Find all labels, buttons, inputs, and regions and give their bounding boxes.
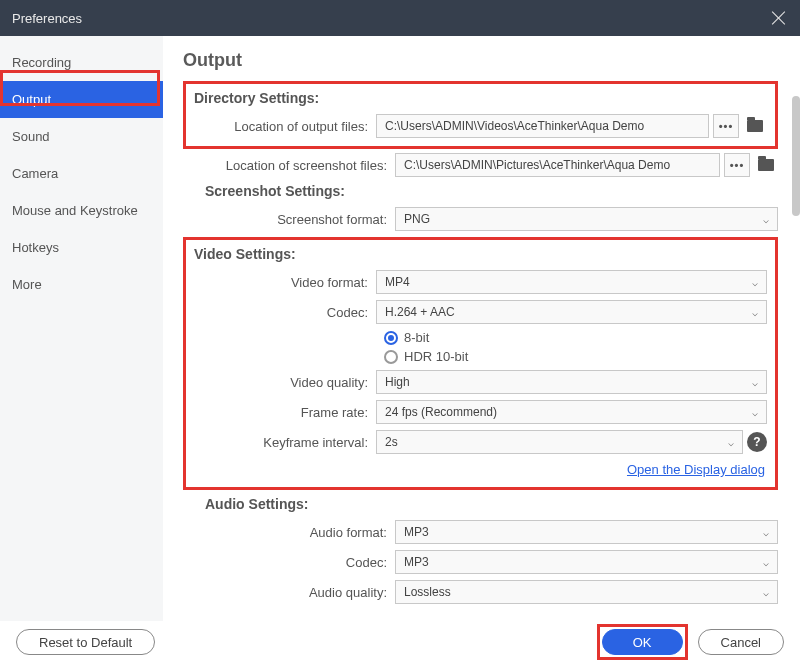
output-path-field[interactable]: C:\Users\ADMIN\Videos\AceThinker\Aqua De… xyxy=(376,114,709,138)
ok-button[interactable]: OK xyxy=(602,629,683,655)
close-icon[interactable] xyxy=(770,9,788,27)
screenshot-settings-section: Screenshot Settings: Screenshot format: … xyxy=(205,183,778,231)
audio-format-label: Audio format: xyxy=(205,525,395,540)
sidebar-item-camera[interactable]: Camera xyxy=(0,155,163,192)
chevron-down-icon: ⌵ xyxy=(752,377,758,388)
audio-quality-label: Audio quality: xyxy=(205,585,395,600)
output-path-label: Location of output files: xyxy=(194,119,376,134)
chevron-down-icon: ⌵ xyxy=(752,307,758,318)
directory-settings-section: Directory Settings: Location of output f… xyxy=(183,81,778,149)
sidebar-item-hotkeys[interactable]: Hotkeys xyxy=(0,229,163,266)
video-quality-label: Video quality: xyxy=(194,375,376,390)
sidebar-item-sound[interactable]: Sound xyxy=(0,118,163,155)
screenshot-title: Screenshot Settings: xyxy=(205,183,778,199)
frame-rate-label: Frame rate: xyxy=(194,405,376,420)
sidebar-item-mouse[interactable]: Mouse and Keystroke xyxy=(0,192,163,229)
cancel-button[interactable]: Cancel xyxy=(698,629,784,655)
sidebar-item-recording[interactable]: Recording xyxy=(0,44,163,81)
video-title: Video Settings: xyxy=(194,246,767,262)
codec-label: Codec: xyxy=(194,305,376,320)
directory-title: Directory Settings: xyxy=(194,90,767,106)
display-dialog-link[interactable]: Open the Display dialog xyxy=(194,462,765,477)
screenshot-format-select[interactable]: PNG⌵ xyxy=(395,207,778,231)
chevron-down-icon: ⌵ xyxy=(752,407,758,418)
chevron-down-icon: ⌵ xyxy=(763,527,769,538)
video-format-select[interactable]: MP4⌵ xyxy=(376,270,767,294)
screenshot-path-field[interactable]: C:\Users\ADMIN\Pictures\AceThinker\Aqua … xyxy=(395,153,720,177)
audio-codec-select[interactable]: MP3⌵ xyxy=(395,550,778,574)
scrollbar[interactable] xyxy=(792,96,800,296)
chevron-down-icon: ⌵ xyxy=(752,277,758,288)
titlebar: Preferences xyxy=(0,0,800,36)
sidebar: Recording Output Sound Camera Mouse and … xyxy=(0,36,163,621)
window-title: Preferences xyxy=(12,11,82,26)
reset-button[interactable]: Reset to Default xyxy=(16,629,155,655)
screenshot-path-row: Location of screenshot files: C:\Users\A… xyxy=(205,153,778,177)
page-title: Output xyxy=(183,50,778,71)
chevron-down-icon: ⌵ xyxy=(763,214,769,225)
audio-format-select[interactable]: MP3⌵ xyxy=(395,520,778,544)
folder-icon[interactable] xyxy=(743,114,767,138)
screenshot-path-label: Location of screenshot files: xyxy=(205,158,395,173)
keyframe-select[interactable]: 2s⌵ xyxy=(376,430,743,454)
bitdepth-hdr-radio[interactable]: HDR 10-bit xyxy=(384,349,767,364)
browse-screenshot-button[interactable]: ••• xyxy=(724,153,750,177)
footer: Reset to Default OK Cancel xyxy=(0,621,800,663)
browse-output-button[interactable]: ••• xyxy=(713,114,739,138)
audio-quality-select[interactable]: Lossless⌵ xyxy=(395,580,778,604)
frame-rate-select[interactable]: 24 fps (Recommend)⌵ xyxy=(376,400,767,424)
chevron-down-icon: ⌵ xyxy=(728,437,734,448)
screenshot-format-label: Screenshot format: xyxy=(205,212,395,227)
video-settings-section: Video Settings: Video format: MP4⌵ Codec… xyxy=(183,237,778,490)
video-codec-select[interactable]: H.264 + AAC⌵ xyxy=(376,300,767,324)
folder-icon[interactable] xyxy=(754,153,778,177)
sidebar-item-more[interactable]: More xyxy=(0,266,163,303)
radio-icon xyxy=(384,331,398,345)
chevron-down-icon: ⌵ xyxy=(763,587,769,598)
video-format-label: Video format: xyxy=(194,275,376,290)
bitdepth-8bit-radio[interactable]: 8-bit xyxy=(384,330,767,345)
audio-codec-label: Codec: xyxy=(205,555,395,570)
sidebar-item-output[interactable]: Output xyxy=(0,81,163,118)
radio-icon xyxy=(384,350,398,364)
video-quality-select[interactable]: High⌵ xyxy=(376,370,767,394)
keyframe-label: Keyframe interval: xyxy=(194,435,376,450)
audio-title: Audio Settings: xyxy=(205,496,778,512)
main-panel: Output Directory Settings: Location of o… xyxy=(163,36,800,621)
chevron-down-icon: ⌵ xyxy=(763,557,769,568)
help-icon[interactable]: ? xyxy=(747,432,767,452)
audio-settings-section: Audio Settings: Audio format: MP3⌵ Codec… xyxy=(205,496,778,604)
